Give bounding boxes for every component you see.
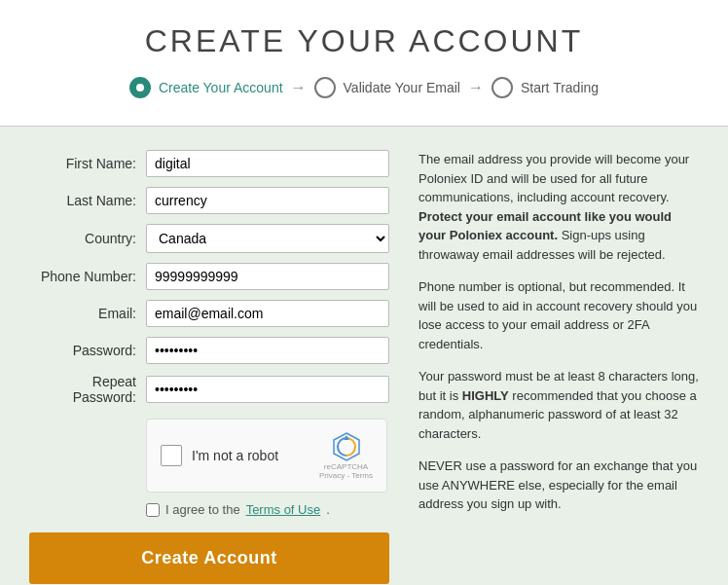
info-para-3-end: recommended that you choose a random, al…: [419, 388, 697, 441]
email-input[interactable]: [146, 300, 389, 327]
info-para-4: NEVER use a password for an exchange tha…: [419, 457, 699, 514]
info-para-2: Phone number is optional, but recommende…: [419, 277, 699, 353]
terms-link[interactable]: Terms of Use: [246, 502, 321, 517]
captcha-checkbox[interactable]: [161, 445, 182, 466]
terms-checkbox[interactable]: [146, 503, 160, 517]
phone-row: Phone Number:: [29, 263, 389, 290]
recaptcha-links-text: Privacy - Terms: [319, 471, 373, 480]
step-1-circle: [129, 77, 151, 98]
last-name-input[interactable]: [146, 187, 389, 214]
create-account-button[interactable]: Create Account: [29, 532, 389, 584]
first-name-input[interactable]: [146, 150, 389, 177]
password-row: Password:: [29, 337, 389, 364]
first-name-row: First Name:: [29, 150, 389, 177]
step-2-circle: [314, 77, 336, 98]
captcha-widget[interactable]: I'm not a robot reCAPTCHA Privacy - Term…: [146, 419, 387, 493]
captcha-icon-area: reCAPTCHA Privacy - Terms: [319, 431, 373, 480]
repeat-password-input[interactable]: [146, 376, 389, 403]
password-input[interactable]: [146, 337, 389, 364]
arrow-2: →: [468, 79, 484, 96]
last-name-row: Last Name:: [29, 187, 389, 214]
recaptcha-logo-icon: [331, 431, 362, 462]
phone-input[interactable]: [146, 263, 389, 290]
step-3-label: Start Trading: [521, 80, 599, 95]
info-para-1: The email address you provide will becom…: [419, 150, 699, 264]
last-name-label: Last Name:: [29, 193, 146, 208]
terms-text: I agree to the: [165, 502, 240, 517]
info-section: The email address you provide will becom…: [419, 150, 699, 584]
header-section: CREATE YOUR ACCOUNT Create Your Account …: [0, 0, 728, 118]
info-para-4-text: NEVER use a password for an exchange tha…: [419, 458, 697, 511]
recaptcha-brand-text: reCAPTCHA: [324, 462, 368, 471]
repeat-password-row: Repeat Password:: [29, 374, 389, 405]
page-title: CREATE YOUR ACCOUNT: [0, 23, 728, 59]
country-row: Country: Canada USA UK: [29, 224, 389, 253]
terms-row: I agree to the Terms of Use.: [146, 502, 389, 517]
info-para-3-bold: HIGHLY: [462, 388, 509, 403]
form-section: First Name: Last Name: Country: Canada U…: [29, 150, 389, 584]
repeat-password-label: Repeat Password:: [29, 374, 146, 405]
country-label: Country:: [29, 231, 146, 246]
step-2-label: Validate Your Email: [344, 80, 460, 95]
first-name-label: First Name:: [29, 156, 146, 171]
country-select[interactable]: Canada USA UK: [146, 224, 389, 253]
phone-label: Phone Number:: [29, 269, 146, 284]
captcha-left: I'm not a robot: [161, 445, 278, 466]
step-1-label: Create Your Account: [159, 80, 283, 95]
main-content: First Name: Last Name: Country: Canada U…: [0, 127, 728, 585]
captcha-label: I'm not a robot: [192, 448, 278, 463]
email-row: Email:: [29, 300, 389, 327]
arrow-1: →: [291, 79, 307, 96]
info-para-3: Your password must be at least 8 charact…: [419, 367, 699, 443]
password-label: Password:: [29, 343, 146, 358]
info-para-1-text: The email address you provide will becom…: [419, 152, 689, 204]
steps-bar: Create Your Account → Validate Your Emai…: [0, 77, 728, 98]
step-3-circle: [491, 77, 513, 98]
email-label: Email:: [29, 306, 146, 321]
